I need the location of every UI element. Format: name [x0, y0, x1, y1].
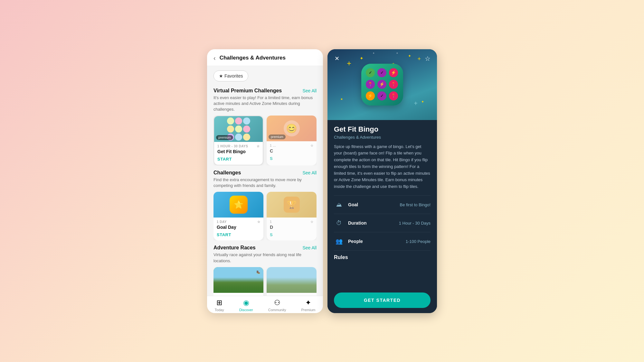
nav-premium[interactable]: ✦ Premium	[301, 299, 315, 312]
card-image-premium2: 😊 premium	[267, 116, 317, 141]
card-race2[interactable]: 6,... ☆ P S	[267, 267, 317, 296]
right-panel: ✦ ✦ ★ ★ ✦ + + + ✦ ✦ ✕ ☆ ✓ ✓	[327, 49, 437, 313]
section-desc-challenges: Find the extra encouragement to move mor…	[213, 177, 317, 189]
info-label-goal: Goal	[348, 202, 400, 207]
bingo-dot	[227, 117, 234, 125]
section-virtual-premium: Virtual Premium Challenges See All It's …	[207, 85, 323, 167]
card-start-bingo[interactable]: START	[217, 157, 260, 162]
bingo-dot	[235, 125, 242, 133]
challenge-title: Get Fit Bingo	[334, 125, 431, 134]
section-header-adventure: Adventure Races See All	[213, 245, 317, 251]
info-label-people: People	[348, 239, 406, 244]
nav-label-community: Community	[268, 308, 286, 312]
rules-section: Rules	[334, 250, 431, 263]
right-title-section: Get Fit Bingo Challenges & Adventures	[327, 120, 437, 144]
bingo-dot	[235, 117, 242, 125]
info-row-goal: ⛰ Goal Be first to Bingo!	[334, 195, 431, 214]
card-meta-race2: 6,... ☆	[270, 295, 313, 296]
left-panel: ‹ Challenges & Adventures ★ Favorites Vi…	[207, 49, 323, 313]
bingo-dot	[243, 134, 250, 141]
info-value-goal: Be first to Bingo!	[400, 202, 431, 207]
card-body-goal: 1 DAY ☆ Goal Day START	[213, 218, 263, 240]
section-challenges: Challenges See All Find the extra encour…	[207, 167, 323, 242]
section-title-adventure: Adventure Races	[213, 245, 256, 251]
community-icon: ⚇	[274, 299, 280, 307]
device-icon-8: ✓	[377, 91, 386, 100]
favorite-button[interactable]: ☆	[423, 54, 432, 63]
card-body-challenge2: 1 ☆ D S	[267, 218, 317, 240]
duration-icon: ⏱	[334, 218, 344, 228]
cards-row-adventure: 🥾 35,800 STEPS ☆ Valley Loop START	[213, 267, 317, 296]
info-value-people: 1-100 People	[406, 239, 431, 244]
rules-title: Rules	[334, 255, 348, 260]
nav-label-premium: Premium	[301, 308, 315, 312]
star-icon-premium2[interactable]: ☆	[310, 144, 314, 147]
star-icon-race2[interactable]: ☆	[310, 295, 314, 296]
info-label-duration: Duration	[348, 220, 399, 226]
section-desc-adventure: Virtually race against your friends alon…	[213, 252, 317, 264]
bingo-dot	[235, 134, 242, 141]
card-name-premium2: C	[270, 148, 313, 153]
card-start-challenge2[interactable]: S	[270, 232, 313, 237]
star-icon-bingo[interactable]: ☆	[257, 144, 260, 148]
people-icon: 👥	[334, 236, 344, 246]
device-icon-1: ✓	[366, 68, 375, 77]
hero-device-illustration: ✓ ✓ ⚡ 📍 ⚡ 📍 ⚡ ✓ 📍	[361, 64, 403, 106]
star-icon-challenge2[interactable]: ☆	[310, 220, 314, 224]
goal-icon: ⛰	[334, 200, 344, 210]
nav-today[interactable]: ⊞ Today	[215, 299, 224, 312]
card-meta-bingo: 1 HOUR - 30 DAYS ☆	[217, 144, 260, 148]
section-adventure: Adventure Races See All Virtually race a…	[207, 242, 323, 295]
device-icon-3: ⚡	[389, 68, 398, 77]
challenge-description: Spice up fitness with a game of bingo. L…	[334, 144, 431, 190]
card-name-bingo: Get Fit Bingo	[217, 149, 260, 154]
get-started-button[interactable]: GET STARTED	[334, 292, 431, 308]
device-icon-4: 📍	[366, 80, 375, 89]
section-header-virtual-premium: Virtual Premium Challenges See All	[213, 88, 317, 94]
premium-badge2: premium	[269, 135, 286, 139]
device-icon-6: 📍	[389, 80, 398, 89]
favorites-button[interactable]: ★ Favorites	[213, 70, 248, 81]
card-body-valley: 35,800 STEPS ☆ Valley Loop START	[213, 293, 263, 296]
card-image-bingo: premium	[214, 116, 263, 142]
section-title-challenges: Challenges	[213, 170, 241, 176]
card-meta-premium2: 1 ... ☆	[270, 144, 313, 147]
premium-badge: premium	[216, 135, 233, 140]
bottom-nav: ⊞ Today ◉ Discover ⚇ Community ✦ Premium	[207, 296, 323, 313]
back-button[interactable]: ‹	[213, 54, 216, 62]
nav-discover[interactable]: ◉ Discover	[239, 299, 253, 312]
info-value-duration: 1 Hour - 30 Days	[399, 221, 431, 226]
card-premium2[interactable]: 😊 premium 1 ... ☆ C S	[267, 116, 317, 165]
bingo-dot	[227, 125, 234, 133]
cards-row-challenges: ⭐ 1 DAY ☆ Goal Day START	[213, 192, 317, 240]
device-icon-5: ⚡	[377, 80, 386, 89]
discover-icon: ◉	[243, 299, 249, 307]
card-challenge2[interactable]: 🏆 1 ☆ D S	[267, 192, 317, 240]
goal-day-icon: ⭐	[230, 196, 248, 214]
card-start-premium2[interactable]: S	[270, 156, 313, 161]
card-get-fit-bingo[interactable]: premium 1 HOUR - 30 DAYS ☆ Get Fit Bingo…	[213, 116, 263, 165]
cards-row-virtual-premium: premium 1 HOUR - 30 DAYS ☆ Get Fit Bingo…	[213, 116, 317, 165]
see-all-adventure[interactable]: See All	[302, 245, 317, 250]
nav-community[interactable]: ⚇ Community	[268, 299, 286, 312]
section-desc-virtual-premium: It's even easier to play! For a limited …	[213, 95, 317, 113]
section-title-virtual-premium: Virtual Premium Challenges	[213, 88, 282, 94]
card-valley-loop[interactable]: 🥾 35,800 STEPS ☆ Valley Loop START	[213, 267, 263, 296]
see-all-challenges[interactable]: See All	[302, 170, 317, 175]
card-goal-day[interactable]: ⭐ 1 DAY ☆ Goal Day START	[213, 192, 263, 240]
right-footer: GET STARTED	[327, 288, 437, 313]
star-icon-goal[interactable]: ☆	[257, 220, 260, 224]
device-icon-9: 📍	[389, 91, 398, 100]
see-all-virtual-premium[interactable]: See All	[302, 88, 317, 93]
close-button[interactable]: ✕	[332, 54, 342, 63]
card-start-goal[interactable]: START	[217, 232, 260, 237]
nav-label-today: Today	[215, 308, 224, 312]
card-name-goal: Goal Day	[217, 225, 260, 230]
card-body-race2: 6,... ☆ P S	[267, 293, 317, 296]
bingo-dot	[243, 125, 250, 133]
premium-icon: ✦	[305, 299, 311, 307]
left-content: ★ Favorites Virtual Premium Challenges S…	[207, 66, 323, 296]
nav-label-discover: Discover	[239, 308, 253, 312]
info-row-people: 👥 People 1-100 People	[334, 232, 431, 250]
card-name-challenge2: D	[270, 225, 313, 230]
